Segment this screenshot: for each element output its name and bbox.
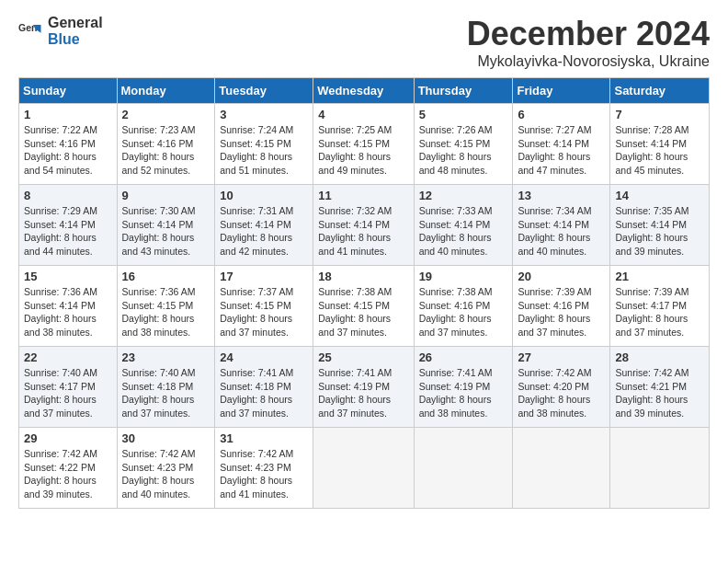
- weekday-header: Saturday: [610, 78, 710, 104]
- calendar-week-row: 22 Sunrise: 7:40 AMSunset: 4:17 PMDaylig…: [19, 347, 710, 428]
- day-info: Sunrise: 7:35 AMSunset: 4:14 PMDaylight:…: [615, 205, 688, 257]
- calendar-cell: 28 Sunrise: 7:42 AMSunset: 4:21 PMDaylig…: [610, 347, 710, 428]
- calendar-cell: 15 Sunrise: 7:36 AMSunset: 4:14 PMDaylig…: [19, 266, 118, 347]
- day-number: 12: [419, 189, 508, 202]
- day-number: 4: [318, 108, 408, 121]
- calendar-cell: 21 Sunrise: 7:39 AMSunset: 4:17 PMDaylig…: [610, 266, 710, 347]
- svg-text:Gen: Gen: [18, 22, 37, 33]
- calendar-cell: 23 Sunrise: 7:40 AMSunset: 4:18 PMDaylig…: [117, 347, 215, 428]
- day-number: 23: [122, 350, 210, 364]
- day-info: Sunrise: 7:29 AMSunset: 4:14 PMDaylight:…: [24, 205, 97, 257]
- calendar-cell: 16 Sunrise: 7:36 AMSunset: 4:15 PMDaylig…: [117, 266, 215, 347]
- day-number: 6: [518, 108, 605, 121]
- location-title: Mykolayivka-Novorosiyska, Ukraine: [467, 53, 710, 70]
- calendar-cell: 29 Sunrise: 7:42 AMSunset: 4:22 PMDaylig…: [19, 428, 118, 509]
- day-number: 16: [122, 270, 210, 283]
- day-info: Sunrise: 7:41 AMSunset: 4:18 PMDaylight:…: [220, 367, 293, 419]
- calendar-cell: 30 Sunrise: 7:42 AMSunset: 4:23 PMDaylig…: [117, 428, 215, 509]
- day-info: Sunrise: 7:27 AMSunset: 4:14 PMDaylight:…: [518, 124, 591, 176]
- day-info: Sunrise: 7:41 AMSunset: 4:19 PMDaylight:…: [419, 367, 493, 419]
- calendar-cell: 10 Sunrise: 7:31 AMSunset: 4:14 PMDaylig…: [215, 185, 313, 266]
- day-info: Sunrise: 7:33 AMSunset: 4:14 PMDaylight:…: [419, 205, 493, 257]
- day-info: Sunrise: 7:36 AMSunset: 4:14 PMDaylight:…: [24, 286, 97, 338]
- calendar-cell: 2 Sunrise: 7:23 AMSunset: 4:16 PMDayligh…: [117, 104, 215, 185]
- calendar-cell: 17 Sunrise: 7:37 AMSunset: 4:15 PMDaylig…: [215, 266, 313, 347]
- day-info: Sunrise: 7:28 AMSunset: 4:14 PMDaylight:…: [615, 124, 688, 176]
- day-number: 28: [615, 350, 704, 364]
- weekday-header: Sunday: [19, 78, 118, 104]
- logo-icon: Gen: [18, 18, 44, 44]
- weekday-header-row: SundayMondayTuesdayWednesdayThursdayFrid…: [19, 78, 710, 104]
- calendar-cell: 13 Sunrise: 7:34 AMSunset: 4:14 PMDaylig…: [513, 185, 610, 266]
- logo-general: General: [48, 15, 103, 31]
- calendar-cell: 27 Sunrise: 7:42 AMSunset: 4:20 PMDaylig…: [513, 347, 610, 428]
- calendar-cell: 4 Sunrise: 7:25 AMSunset: 4:15 PMDayligh…: [313, 104, 414, 185]
- calendar-cell: 12 Sunrise: 7:33 AMSunset: 4:14 PMDaylig…: [414, 185, 513, 266]
- weekday-header: Thursday: [414, 78, 513, 104]
- calendar-cell: [414, 428, 513, 509]
- day-info: Sunrise: 7:34 AMSunset: 4:14 PMDaylight:…: [518, 205, 591, 257]
- day-info: Sunrise: 7:42 AMSunset: 4:22 PMDaylight:…: [24, 448, 97, 500]
- day-number: 11: [318, 189, 408, 202]
- logo: Gen General Blue: [18, 15, 103, 47]
- calendar-cell: [513, 428, 610, 509]
- calendar-cell: 6 Sunrise: 7:27 AMSunset: 4:14 PMDayligh…: [513, 104, 610, 185]
- calendar-cell: 24 Sunrise: 7:41 AMSunset: 4:18 PMDaylig…: [215, 347, 313, 428]
- day-number: 13: [518, 189, 605, 202]
- calendar-week-row: 8 Sunrise: 7:29 AMSunset: 4:14 PMDayligh…: [19, 185, 710, 266]
- calendar-week-row: 29 Sunrise: 7:42 AMSunset: 4:22 PMDaylig…: [19, 428, 710, 509]
- day-number: 29: [24, 431, 112, 445]
- day-info: Sunrise: 7:42 AMSunset: 4:20 PMDaylight:…: [518, 367, 591, 419]
- day-info: Sunrise: 7:31 AMSunset: 4:14 PMDaylight:…: [220, 205, 293, 257]
- day-number: 22: [24, 350, 112, 364]
- day-number: 27: [518, 350, 605, 364]
- day-info: Sunrise: 7:42 AMSunset: 4:21 PMDaylight:…: [615, 367, 688, 419]
- day-info: Sunrise: 7:22 AMSunset: 4:16 PMDaylight:…: [24, 124, 97, 176]
- day-info: Sunrise: 7:23 AMSunset: 4:16 PMDaylight:…: [122, 124, 196, 176]
- calendar-cell: 5 Sunrise: 7:26 AMSunset: 4:15 PMDayligh…: [414, 104, 513, 185]
- calendar-week-row: 1 Sunrise: 7:22 AMSunset: 4:16 PMDayligh…: [19, 104, 710, 185]
- day-number: 8: [24, 189, 112, 202]
- month-title: December 2024: [467, 15, 710, 53]
- calendar-cell: 8 Sunrise: 7:29 AMSunset: 4:14 PMDayligh…: [19, 185, 118, 266]
- day-number: 17: [220, 270, 308, 283]
- day-number: 20: [518, 270, 605, 283]
- day-number: 18: [318, 270, 408, 283]
- calendar-cell: 14 Sunrise: 7:35 AMSunset: 4:14 PMDaylig…: [610, 185, 710, 266]
- calendar-cell: 18 Sunrise: 7:38 AMSunset: 4:15 PMDaylig…: [313, 266, 414, 347]
- day-number: 24: [220, 350, 308, 364]
- day-info: Sunrise: 7:41 AMSunset: 4:19 PMDaylight:…: [318, 367, 392, 419]
- day-info: Sunrise: 7:25 AMSunset: 4:15 PMDaylight:…: [318, 124, 392, 176]
- day-info: Sunrise: 7:24 AMSunset: 4:15 PMDaylight:…: [220, 124, 293, 176]
- calendar-cell: 26 Sunrise: 7:41 AMSunset: 4:19 PMDaylig…: [414, 347, 513, 428]
- weekday-header: Friday: [513, 78, 610, 104]
- day-number: 2: [122, 108, 210, 121]
- calendar-cell: 9 Sunrise: 7:30 AMSunset: 4:14 PMDayligh…: [117, 185, 215, 266]
- day-number: 26: [419, 350, 508, 364]
- calendar-cell: 22 Sunrise: 7:40 AMSunset: 4:17 PMDaylig…: [19, 347, 118, 428]
- day-info: Sunrise: 7:40 AMSunset: 4:17 PMDaylight:…: [24, 367, 97, 419]
- day-number: 10: [220, 189, 308, 202]
- day-number: 14: [615, 189, 704, 202]
- day-number: 7: [615, 108, 704, 121]
- logo-text: General Blue: [48, 15, 103, 47]
- calendar-cell: 25 Sunrise: 7:41 AMSunset: 4:19 PMDaylig…: [313, 347, 414, 428]
- day-info: Sunrise: 7:39 AMSunset: 4:17 PMDaylight:…: [615, 286, 688, 338]
- day-info: Sunrise: 7:42 AMSunset: 4:23 PMDaylight:…: [220, 448, 293, 500]
- day-info: Sunrise: 7:40 AMSunset: 4:18 PMDaylight:…: [122, 367, 196, 419]
- day-info: Sunrise: 7:26 AMSunset: 4:15 PMDaylight:…: [419, 124, 493, 176]
- day-number: 1: [24, 108, 112, 121]
- day-number: 15: [24, 270, 112, 283]
- calendar-cell: 3 Sunrise: 7:24 AMSunset: 4:15 PMDayligh…: [215, 104, 313, 185]
- day-number: 9: [122, 189, 210, 202]
- calendar-cell: 20 Sunrise: 7:39 AMSunset: 4:16 PMDaylig…: [513, 266, 610, 347]
- weekday-header: Tuesday: [215, 78, 313, 104]
- day-number: 21: [615, 270, 704, 283]
- calendar-cell: 7 Sunrise: 7:28 AMSunset: 4:14 PMDayligh…: [610, 104, 710, 185]
- day-info: Sunrise: 7:37 AMSunset: 4:15 PMDaylight:…: [220, 286, 293, 338]
- calendar-table: SundayMondayTuesdayWednesdayThursdayFrid…: [18, 77, 710, 509]
- day-number: 25: [318, 350, 408, 364]
- calendar-cell: 11 Sunrise: 7:32 AMSunset: 4:14 PMDaylig…: [313, 185, 414, 266]
- day-info: Sunrise: 7:38 AMSunset: 4:15 PMDaylight:…: [318, 286, 392, 338]
- calendar-week-row: 15 Sunrise: 7:36 AMSunset: 4:14 PMDaylig…: [19, 266, 710, 347]
